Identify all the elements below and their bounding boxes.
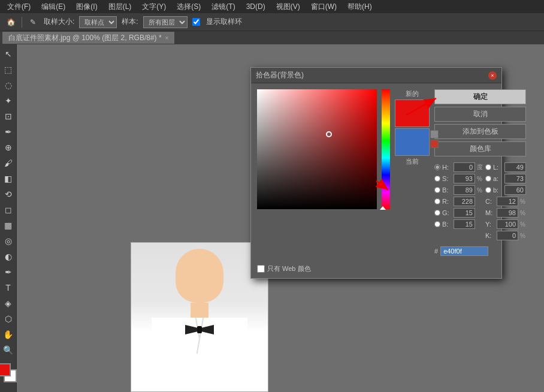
eraser-tool[interactable]: ◻ [1,203,16,217]
hue-radio[interactable] [434,164,440,170]
menu-file[interactable]: 文件(F) [2,1,35,13]
l-input[interactable] [504,162,526,172]
pen-tool[interactable]: ✒ [1,265,16,279]
k-label: K: [485,232,495,239]
s-unit: % [477,176,482,182]
y-label: Y: [485,221,495,228]
magic-wand-tool[interactable]: ✦ [1,94,16,108]
menu-select[interactable]: 选择(S) [172,1,205,13]
zoom-tool[interactable]: 🔍 [1,343,16,357]
menu-image[interactable]: 图像(I) [71,1,102,13]
menu-view[interactable]: 视图(V) [271,1,305,13]
menu-help[interactable]: 帮助(H) [343,1,377,13]
b2-input[interactable] [504,185,526,195]
move-tool[interactable]: ↖ [1,47,16,61]
l-radio[interactable] [485,164,491,170]
menu-bar: 文件(F) 编辑(E) 图像(I) 图层(L) 文字(Y) 选择(S) 滤镜(T… [0,0,544,13]
lasso-tool[interactable]: ◌ [1,78,16,92]
select-tool[interactable]: ⬚ [1,62,16,77]
sample-select[interactable]: 所有图层 [143,16,188,28]
hue-input[interactable] [454,162,475,172]
dialog-title-bar: 拾色器(背景色) × [251,68,501,83]
web-safe-label: 只有 Web 颜色 [267,264,311,273]
k-input[interactable] [497,231,518,240]
r-input[interactable] [454,197,475,206]
menu-3d[interactable]: 3D(D) [241,1,270,12]
blue-label: B: [442,221,452,228]
shape-tool[interactable]: ⬡ [1,312,16,326]
color-lib-button[interactable]: 颜色库 [434,141,526,156]
tool-size-select[interactable]: 取样点 [79,16,117,28]
c-label: C: [485,198,495,205]
k-row: K: % [485,231,526,240]
blur-tool[interactable]: ◎ [1,234,16,248]
confirm-button[interactable]: 确定 [434,89,526,104]
color-picker-small-icon1[interactable] [430,130,439,138]
clone-tool[interactable]: ◧ [1,171,16,186]
dialog-title: 拾色器(背景色) [256,70,304,80]
b-radio[interactable] [434,187,440,193]
y-input[interactable] [497,219,518,229]
a-label: a: [493,175,503,182]
c-input[interactable] [497,197,518,206]
g-input[interactable] [454,208,475,218]
hex-row: # [434,246,526,256]
l-label: L: [493,164,503,171]
menu-edit[interactable]: 编辑(E) [37,1,70,13]
add-swatch-button[interactable]: 添加到色板 [434,124,526,139]
hue-label: H: [442,164,452,171]
heal-tool[interactable]: ⊕ [1,140,16,155]
r-radio[interactable] [434,198,440,204]
b2-row: b: [485,185,526,195]
menu-text[interactable]: 文字(Y) [137,1,171,13]
menu-window[interactable]: 窗口(W) [306,1,341,13]
gradient-cursor [326,131,332,137]
blue-input[interactable] [454,219,475,229]
y-unit: % [520,221,525,228]
a-radio[interactable] [485,176,491,182]
menu-layer[interactable]: 图层(L) [104,1,137,13]
s-radio[interactable] [434,176,440,182]
brush-tool[interactable]: 🖌 [1,156,16,170]
show-ring-label: 显示取样环 [206,17,242,27]
blue-radio[interactable] [434,221,440,227]
a-row: a: [485,174,526,183]
m-input[interactable] [497,208,518,218]
cancel-button[interactable]: 取消 [434,107,526,122]
hue-row: H: 度 [434,162,483,172]
blue-row: B: [434,219,483,229]
gradient-tool[interactable]: ▦ [1,218,16,233]
color-values-grid: H: 度 L: S: % [434,162,526,240]
b2-label: b: [493,186,503,194]
eyedropper-tool[interactable]: ✒ [1,125,16,139]
b2-radio[interactable] [485,187,491,193]
color-picker-small-icon2[interactable] [430,140,439,148]
foreground-color-swatch[interactable] [0,363,11,376]
hex-input[interactable] [440,246,488,256]
dialog-close-button[interactable]: × [488,71,497,80]
tool-size-label: 取样大小: [44,17,74,27]
dodge-tool[interactable]: ◐ [1,249,16,264]
s-input[interactable] [454,174,475,183]
hand-tool[interactable]: ✋ [1,327,16,342]
m-label: M: [485,209,495,216]
web-safe-checkbox[interactable] [257,265,265,273]
crop-tool[interactable]: ⊡ [1,109,16,123]
hue-slider[interactable] [382,89,390,209]
path-tool[interactable]: ◈ [1,296,16,310]
document-tab[interactable]: 白底证件照素材.jpg @ 100% (图层 2, RGB/8#) * × [2,32,174,44]
brush-icon[interactable]: ✎ [27,16,39,28]
dialog-buttons: 确定 取消 添加到色板 颜色库 [434,89,526,156]
menu-filter[interactable]: 滤镜(T) [207,1,240,13]
color-gradient-picker[interactable] [257,89,377,209]
b-input[interactable] [454,185,475,195]
toolbar: 🏠 ✎ 取样大小: 取样点 样本: 所有图层 显示取样环 [0,13,544,31]
history-tool[interactable]: ⟲ [1,187,16,201]
s-label: S: [442,175,452,182]
text-tool[interactable]: T [1,281,16,295]
a-input[interactable] [504,174,526,183]
tab-close-icon[interactable]: × [165,35,169,41]
home-icon[interactable]: 🏠 [5,16,17,28]
show-ring-checkbox[interactable] [192,18,200,26]
g-radio[interactable] [434,210,440,216]
